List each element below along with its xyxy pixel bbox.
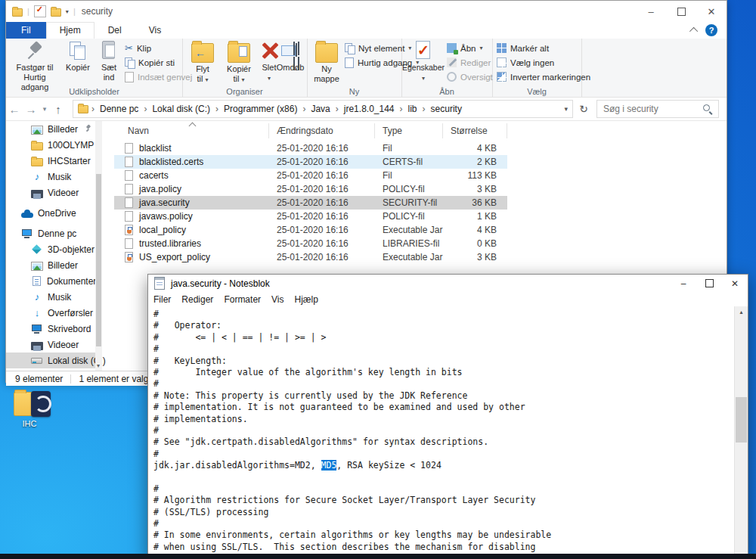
breadcrumb-item-security[interactable]: security [426, 104, 467, 114]
file-row-javaws-policy[interactable]: javaws.policy25-01-2020 16:16POLICY-fil1… [114, 210, 507, 223]
properties-button[interactable]: ✓ Egenskaber▾ [401, 40, 445, 83]
up-icon[interactable]: ↑ [50, 103, 67, 116]
file-row-cacerts[interactable]: cacerts25-01-2020 16:16Fil113 KB [114, 169, 507, 182]
move-to-button[interactable]: ← Flyttil ▾ [185, 40, 220, 85]
select-none-button[interactable]: Vælg ingen [497, 55, 580, 70]
back-icon[interactable]: ← [6, 103, 23, 116]
copy-to-button[interactable]: Kopiértil ▾ [222, 40, 256, 85]
nav-scroll-down-icon[interactable]: ▾ [94, 362, 103, 369]
new-folder-button[interactable]: Nymappe [310, 40, 343, 84]
file-row-java-security[interactable]: java.security25-01-2020 16:16SECURITY-fi… [114, 196, 507, 210]
notepad-maximize-button[interactable] [696, 275, 722, 292]
history-button[interactable]: Oversigt [447, 70, 491, 84]
invert-selection-button[interactable]: Inverter markeringen [497, 70, 580, 84]
properties-qat-icon[interactable]: ✓ [34, 5, 46, 17]
notepad-close-button[interactable]: ✕ [722, 275, 748, 292]
rename-button[interactable]: Omdøb [274, 40, 306, 73]
file-date-cell: 25-01-2020 16:16 [269, 211, 375, 222]
maximize-button[interactable] [666, 1, 696, 22]
sidebar-item-musik[interactable]: ♪Musik [6, 289, 101, 305]
file-row-us-export-policy[interactable]: US_export_policy25-01-2020 16:16Executab… [114, 250, 507, 264]
forward-icon[interactable]: → [23, 103, 39, 116]
tab-fil[interactable]: Fil [6, 22, 46, 39]
sidebar-item-skrivebord[interactable]: Skrivebord [6, 321, 101, 337]
recent-locations-caret-icon[interactable]: ▾ [39, 105, 50, 113]
notepad-scroll-up-icon[interactable]: ▴ [735, 309, 748, 315]
cut-button[interactable]: ✂Klip [125, 41, 180, 55]
breadcrumb-item-jre1-8-0-144[interactable]: jre1.8.0_144 [339, 104, 400, 114]
breadcrumb-item-java[interactable]: Java [305, 104, 335, 114]
file-row-java-policy[interactable]: java.policy25-01-2020 16:16POLICY-fil3 K… [114, 182, 507, 196]
menu-rediger[interactable]: Rediger [176, 294, 218, 305]
menu-hj-lp[interactable]: Hjælp [290, 294, 324, 305]
paste-shortcut-button[interactable]: Indsæt genvej [125, 70, 180, 84]
qat-customize-caret-icon[interactable]: ▾ [66, 8, 69, 15]
help-icon[interactable]: ? [705, 24, 717, 36]
disk-icon [31, 355, 43, 367]
sidebar-item-videoer[interactable]: Videoer [6, 337, 101, 352]
tab-hjem[interactable]: Hjem [46, 22, 94, 39]
sidebar-item-dokumenter[interactable]: Dokumenter [6, 273, 101, 289]
column-header-ndringsdato[interactable]: Ændringsdato [269, 123, 375, 138]
easy-access-button[interactable]: Hurtig adgang▾ [345, 55, 400, 70]
sidebar-item-billeder[interactable]: Billeder [6, 257, 101, 273]
sidebar-item-overf-rsler[interactable]: ↓Overførsler [6, 305, 101, 321]
rename-icon [280, 40, 301, 61]
tab-vis[interactable]: Vis [135, 22, 175, 39]
nav-scrollbar-thumb[interactable] [96, 174, 101, 346]
desktop-icon-ihc[interactable]: IHC [8, 392, 51, 428]
address-dropdown-caret-icon[interactable]: ▾ [564, 105, 568, 113]
sidebar-item-onedrive[interactable]: OneDrive [6, 205, 101, 221]
breadcrumb-item-lib[interactable]: lib [403, 104, 423, 114]
tab-del[interactable]: Del [94, 22, 135, 39]
notepad-text-area[interactable]: ## Operator:# <= | < | == | != | >= | >#… [148, 306, 735, 558]
new-item-button[interactable]: Nyt element▾ [345, 41, 400, 55]
breadcrumb-item-programmer-x86[interactable]: Programmer (x86) [218, 104, 302, 114]
minimize-button[interactable]: – [636, 1, 666, 22]
collapse-ribbon-icon[interactable] [689, 27, 698, 36]
file-row-trusted-libraries[interactable]: trusted.libraries25-01-2020 16:16LIBRARI… [114, 237, 507, 250]
select-all-button[interactable]: Markér alt [497, 41, 580, 55]
file-row-local-policy[interactable]: local_policy25-01-2020 16:16Executable J… [114, 223, 507, 237]
notepad-line: # Note: This property is currently used … [153, 390, 735, 402]
copy-button[interactable]: Kopiér [62, 40, 94, 73]
open-button[interactable]: Åbn▾ [447, 41, 491, 55]
sidebar-item-3d-objekter[interactable]: 3D-objekter [6, 241, 101, 257]
column-header-type[interactable]: Type [375, 123, 443, 138]
close-button[interactable]: ✕ [696, 1, 727, 22]
breadcrumb[interactable]: ›Denne pc›Lokal disk (C:)›Programmer (x8… [73, 100, 573, 118]
file-name: cacerts [139, 170, 169, 181]
notepad-scrollbar[interactable]: ▴ [734, 306, 748, 558]
ribbon-right-controls: ? [692, 22, 717, 39]
menu-formater[interactable]: Formater [218, 294, 266, 305]
sidebar-item-videoer[interactable]: Videoer [6, 185, 101, 200]
edit-button[interactable]: Rediger [447, 55, 491, 70]
menu-filer[interactable]: Filer [148, 294, 176, 305]
search-input[interactable]: Søg i security [596, 100, 719, 118]
sidebar-item-lokal-disk-c[interactable]: Lokal disk (C:) [6, 352, 101, 368]
paste-button[interactable]: Sætind [95, 40, 122, 82]
sidebar-item-100olymp[interactable]: 100OLYMP [6, 137, 101, 153]
breadcrumb-item-lokal-disk-c[interactable]: Lokal disk (C:) [147, 104, 215, 114]
sidebar-item-denne-pc[interactable]: Denne pc [6, 225, 101, 241]
file-row-blacklisted-certs[interactable]: blacklisted.certs25-01-2020 16:16CERTS-f… [114, 155, 507, 169]
taskbar[interactable] [0, 554, 756, 559]
new-folder-qat-icon[interactable] [51, 8, 61, 17]
column-header-st-rrelse[interactable]: Størrelse [443, 123, 507, 138]
notepad-scrollbar-thumb[interactable] [736, 397, 747, 443]
copy-path-button[interactable]: Kopiér sti [125, 55, 180, 70]
pin-to-quick-access-button[interactable]: Fastgør tilHurtig adgang [9, 40, 60, 92]
notepad-line: # In some environments, certain algorith… [153, 529, 735, 541]
search-icon[interactable] [702, 104, 713, 114]
file-row-blacklist[interactable]: blacklist25-01-2020 16:16Fil4 KB [114, 141, 507, 155]
notepad-minimize-button[interactable]: – [671, 275, 696, 292]
column-header-navn[interactable]: Navn [114, 123, 269, 138]
refresh-icon[interactable]: ↻ [576, 100, 591, 118]
sidebar-item-billeder[interactable]: Billeder [6, 121, 101, 137]
ihc-logo-icon [31, 391, 51, 417]
breadcrumb-item-denne-pc[interactable]: Denne pc [94, 104, 144, 114]
menu-vis[interactable]: Vis [266, 294, 289, 305]
sidebar-item-musik[interactable]: ♪Musik [6, 169, 101, 185]
nav-scrollbar[interactable] [95, 121, 102, 371]
sidebar-item-ihcstarter[interactable]: IHCStarter [6, 153, 101, 169]
